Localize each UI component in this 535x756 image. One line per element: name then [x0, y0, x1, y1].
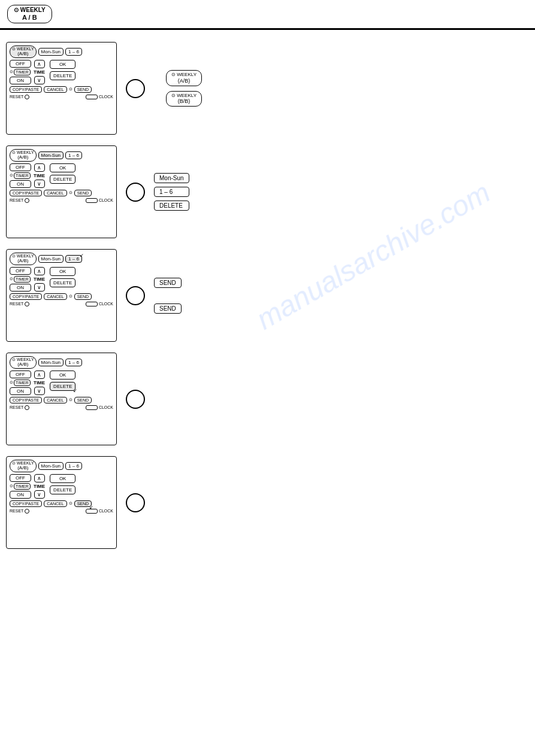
- off-button-4[interactable]: OFF: [10, 371, 31, 378]
- ok-button-1[interactable]: OK: [50, 60, 75, 69]
- copy-paste-button-2[interactable]: COPY/PASTE: [10, 190, 42, 196]
- remote-bottom-5: RESET CLOCK: [10, 509, 113, 514]
- row-5: ⊙ WEEKLY (A/B) Mon-Sun 1 – 6 OFF ⊙ TIMER…: [6, 456, 529, 549]
- arrow-down-button-3[interactable]: ∨: [34, 283, 45, 292]
- on-button-2[interactable]: ON: [10, 180, 31, 188]
- delete-button-4[interactable]: DELETE ↙: [50, 382, 75, 391]
- off-timer-on-block-4: OFF ⊙ TIMER ON: [10, 371, 31, 395]
- timer-button-3[interactable]: TIMER: [14, 276, 31, 283]
- range-button-5[interactable]: 1 – 6: [65, 462, 82, 470]
- mon-sun-button-3[interactable]: Mon-Sun: [38, 255, 64, 263]
- arrow-up-button-2[interactable]: ∧: [34, 163, 45, 172]
- arrow-up-button-1[interactable]: ∧: [34, 60, 45, 68]
- on-button-1[interactable]: ON: [10, 77, 31, 84]
- send-button-4[interactable]: SEND: [74, 397, 92, 403]
- on-button-3[interactable]: ON: [10, 284, 31, 292]
- arrow-down-button-1[interactable]: ∨: [34, 76, 45, 84]
- remote-bottom-4: RESET CLOCK: [10, 405, 113, 410]
- ok-button-3[interactable]: OK: [50, 267, 75, 276]
- weekly-ab-button-5[interactable]: ⊙ WEEKLY (A/B): [10, 460, 37, 472]
- reset-circle-3[interactable]: [25, 302, 29, 306]
- cancel-button-4[interactable]: CANCEL: [44, 397, 67, 403]
- arrow-up-button-4[interactable]: ∧: [34, 371, 45, 379]
- right-labels-3: SEND SEND: [154, 278, 182, 314]
- range-button-2[interactable]: 1 – 6: [65, 151, 82, 159]
- cancel-button-3[interactable]: CANCEL: [44, 293, 67, 300]
- range-label: 1 – 6: [154, 187, 189, 197]
- off-button-2[interactable]: OFF: [10, 163, 31, 171]
- clock-box-3: [86, 302, 98, 306]
- clock-box-1: [86, 95, 98, 99]
- remote-bottom-1: RESET CLOCK: [10, 95, 113, 99]
- send-button-2[interactable]: SEND: [74, 190, 92, 196]
- timer-button-1[interactable]: TIMER: [14, 69, 31, 75]
- range-button-4[interactable]: 1 – 6: [65, 359, 82, 366]
- send-button-3[interactable]: SEND: [74, 293, 92, 300]
- off-button-5[interactable]: OFF: [10, 474, 31, 482]
- arrow-up-button-3[interactable]: ∧: [34, 267, 45, 275]
- weekly-ab-button-3[interactable]: ⊙ WEEKLY (A/B): [10, 253, 37, 265]
- reset-label-5: RESET: [10, 509, 23, 513]
- timer-button-4[interactable]: TIMER: [14, 379, 31, 386]
- mon-sun-button-5[interactable]: Mon-Sun: [38, 462, 64, 470]
- copy-paste-button-5[interactable]: COPY/PASTE: [10, 500, 42, 507]
- remote-panel-4: ⊙ WEEKLY (A/B) Mon-Sun 1 – 6 OFF ⊙ TIMER…: [6, 353, 117, 445]
- mon-sun-button-1[interactable]: Mon-Sun: [38, 48, 64, 56]
- delete-button-3[interactable]: DELETE: [50, 278, 75, 287]
- off-timer-on-block-3: OFF ⊙ TIMER ON: [10, 267, 31, 292]
- off-button-1[interactable]: OFF: [10, 60, 31, 68]
- weekly-ab-button-4[interactable]: ⊙ WEEKLY (A/B): [10, 356, 37, 368]
- delete-button-5[interactable]: DELETE: [50, 485, 75, 494]
- header-weekly-badge: ⊙ WEEKLY A / B: [7, 5, 52, 23]
- delete-label: DELETE: [154, 201, 189, 211]
- reset-label-1: RESET: [10, 95, 23, 99]
- off-timer-on-block-5: OFF ⊙ TIMER ON: [10, 474, 31, 499]
- weekly-ab-button-1[interactable]: ⊙ WEEKLY (A/B): [10, 45, 37, 57]
- range-button-1[interactable]: 1 – 6: [65, 48, 82, 56]
- clock-area-1: CLOCK: [86, 95, 113, 99]
- mon-sun-button-2[interactable]: Mon-Sun: [38, 151, 64, 159]
- remote-top-row-5: ⊙ WEEKLY (A/B) Mon-Sun 1 – 6: [10, 460, 113, 472]
- delete-button-2[interactable]: DELETE: [50, 175, 75, 184]
- copy-paste-button-1[interactable]: COPY/PASTE: [10, 86, 42, 93]
- range-button-3[interactable]: 1 – 6 ↙: [65, 255, 82, 263]
- clock-area-3: CLOCK: [86, 302, 113, 306]
- arrow-down-button-2[interactable]: ∨: [34, 180, 45, 188]
- timer-button-2[interactable]: TIMER: [14, 172, 31, 179]
- copy-paste-button-3[interactable]: COPY/PASTE: [10, 293, 42, 300]
- time-label-2: TIME: [34, 173, 45, 178]
- on-button-5[interactable]: ON: [10, 491, 31, 499]
- ok-button-4[interactable]: OK: [50, 371, 75, 379]
- ok-button-2[interactable]: OK: [50, 163, 75, 172]
- send-button-5[interactable]: SEND ↙: [74, 500, 92, 507]
- send-button-1[interactable]: SEND: [74, 86, 92, 93]
- delete-button-1[interactable]: DELETE: [50, 71, 75, 80]
- reset-circle-1[interactable]: [25, 95, 29, 99]
- remote-panel-1: ⊙ WEEKLY (A/B) Mon-Sun 1 – 6 OFF ⊙ TIMER…: [6, 42, 117, 135]
- remote-top-row-3: ⊙ WEEKLY (A/B) Mon-Sun 1 – 6 ↙: [10, 253, 113, 265]
- arrow-down-button-5[interactable]: ∨: [34, 490, 45, 499]
- cancel-button-1[interactable]: CANCEL: [44, 86, 67, 93]
- header-ab-label: A / B: [22, 14, 37, 22]
- reset-circle-5[interactable]: [25, 509, 29, 514]
- cancel-button-2[interactable]: CANCEL: [44, 190, 67, 196]
- copy-paste-button-4[interactable]: COPY/PASTE: [10, 397, 42, 403]
- cancel-button-5[interactable]: CANCEL: [44, 500, 67, 507]
- time-label-4: TIME: [34, 380, 45, 385]
- off-button-3[interactable]: OFF: [10, 267, 31, 275]
- arrow-down-button-4[interactable]: ∨: [34, 387, 45, 395]
- reset-circle-4[interactable]: [25, 405, 29, 410]
- clock-label-4: CLOCK: [99, 405, 113, 409]
- mon-sun-button-4[interactable]: Mon-Sun: [38, 359, 64, 366]
- arrow-up-button-5[interactable]: ∧: [34, 474, 45, 482]
- row-1: ⊙ WEEKLY (A/B) Mon-Sun 1 – 6 OFF ⊙ TIMER…: [6, 42, 529, 135]
- main-content: ⊙ WEEKLY (A/B) Mon-Sun 1 – 6 OFF ⊙ TIMER…: [0, 30, 535, 561]
- time-label-5: TIME: [34, 484, 45, 489]
- remote-panel-2: ⊙ WEEKLY (A/B) Mon-Sun 1 – 6 OFF ⊙ TIMER…: [6, 145, 117, 238]
- weekly-ab-button-2[interactable]: ⊙ WEEKLY (A/B): [10, 149, 37, 161]
- off-timer-on-block-2: OFF ⊙ TIMER ON: [10, 163, 31, 188]
- on-button-4[interactable]: ON: [10, 387, 31, 395]
- ok-button-5[interactable]: OK: [50, 474, 75, 483]
- reset-circle-2[interactable]: [25, 198, 29, 203]
- timer-button-5[interactable]: TIMER: [14, 483, 31, 490]
